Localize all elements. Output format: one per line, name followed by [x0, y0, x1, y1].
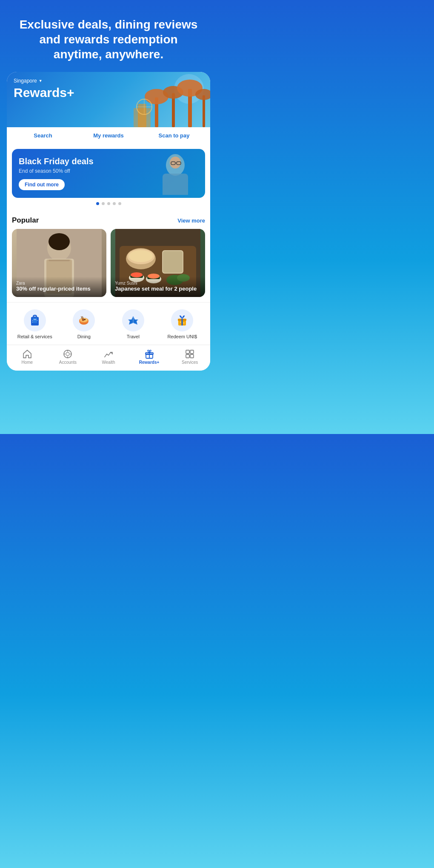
promo-person-illustration: [146, 149, 205, 198]
redeem-icon: [171, 309, 193, 331]
svg-rect-69: [186, 350, 189, 354]
chevron-down-icon: ▼: [39, 79, 43, 83]
category-retail[interactable]: Retail & services: [10, 309, 60, 340]
redeem-label: Redeem UNI$: [167, 334, 197, 340]
nav-wealth[interactable]: Wealth: [88, 349, 129, 365]
svg-point-31: [129, 250, 153, 262]
svg-rect-10: [138, 104, 146, 127]
nav-pills: Search My rewards Scan to pay: [7, 127, 210, 144]
location-text: Singapore: [14, 78, 37, 84]
nav-services[interactable]: Services: [169, 349, 210, 365]
travel-icon: [122, 309, 144, 331]
svg-rect-45: [33, 318, 37, 323]
nav-accounts[interactable]: Accounts: [48, 349, 89, 365]
svg-point-59: [183, 323, 185, 324]
hero-title: Exclusive deals, dining reviews and rewa…: [0, 0, 217, 72]
view-more-link[interactable]: View more: [177, 217, 205, 224]
zara-store-name: Zara: [16, 281, 102, 286]
zara-description: 30% off regular-priced items: [16, 286, 102, 293]
carousel-dots: [12, 198, 205, 207]
promo-section: Black Friday deals End of season 50% off…: [7, 144, 210, 212]
dot-3: [107, 202, 110, 205]
category-section: Retail & services Dining: [7, 302, 210, 345]
search-pill[interactable]: Search: [10, 127, 76, 144]
svg-rect-72: [190, 354, 194, 358]
dining-icon: [73, 309, 95, 331]
dining-label: Dining: [77, 334, 91, 340]
svg-rect-57: [182, 319, 183, 326]
popular-header: Popular View more: [12, 212, 205, 229]
deal-card-sushi[interactable]: Yumz Sushi Japanese set meal for 2 peopl…: [111, 229, 205, 297]
dot-2: [102, 202, 105, 205]
svg-point-24: [49, 233, 70, 250]
zara-overlay: Zara 30% off regular-priced items: [12, 277, 106, 297]
svg-point-58: [180, 322, 181, 323]
sushi-description: Japanese set meal for 2 people: [115, 286, 201, 293]
deal-card-zara[interactable]: Zara 30% off regular-priced items: [12, 229, 106, 297]
nav-home-label: Home: [21, 360, 33, 365]
svg-point-61: [66, 352, 69, 356]
scan-to-pay-pill[interactable]: Scan to pay: [141, 127, 207, 144]
nav-wealth-label: Wealth: [102, 360, 115, 365]
dot-5: [118, 202, 121, 205]
nav-services-label: Services: [182, 360, 198, 365]
my-rewards-pill[interactable]: My rewards: [76, 127, 141, 144]
supertree-decoration: [125, 72, 210, 127]
promo-cta-button[interactable]: Find out more: [19, 179, 65, 190]
retail-label: Retail & services: [17, 334, 52, 340]
nav-rewards[interactable]: Rewards+: [129, 349, 170, 365]
svg-rect-71: [186, 354, 189, 358]
banner-area: Singapore ▼ Rewards+: [7, 72, 210, 127]
category-redeem[interactable]: Redeem UNI$: [158, 309, 207, 340]
svg-rect-15: [163, 174, 188, 195]
retail-icon: [24, 309, 46, 331]
deals-row: Zara 30% off regular-priced items: [12, 229, 205, 297]
sushi-overlay: Yumz Sushi Japanese set meal for 2 peopl…: [111, 277, 205, 297]
nav-rewards-label: Rewards+: [139, 360, 160, 365]
popular-section: Popular View more: [7, 212, 210, 302]
dot-4: [113, 202, 116, 205]
phone-card: Singapore ▼ Rewards+: [7, 72, 210, 371]
bottom-nav: Home Accounts Wealth: [7, 345, 210, 371]
travel-label: Travel: [127, 334, 140, 340]
sushi-store-name: Yumz Sushi: [115, 281, 201, 286]
svg-rect-7: [203, 95, 205, 127]
nav-home[interactable]: Home: [7, 349, 48, 365]
popular-title: Popular: [12, 216, 39, 225]
category-dining[interactable]: Dining: [60, 309, 109, 340]
svg-rect-70: [190, 350, 194, 354]
svg-rect-33: [163, 251, 183, 273]
category-travel[interactable]: Travel: [108, 309, 158, 340]
nav-accounts-label: Accounts: [59, 360, 77, 365]
promo-card: Black Friday deals End of season 50% off…: [12, 149, 205, 198]
dot-1: [96, 202, 99, 205]
svg-rect-26: [49, 260, 70, 261]
